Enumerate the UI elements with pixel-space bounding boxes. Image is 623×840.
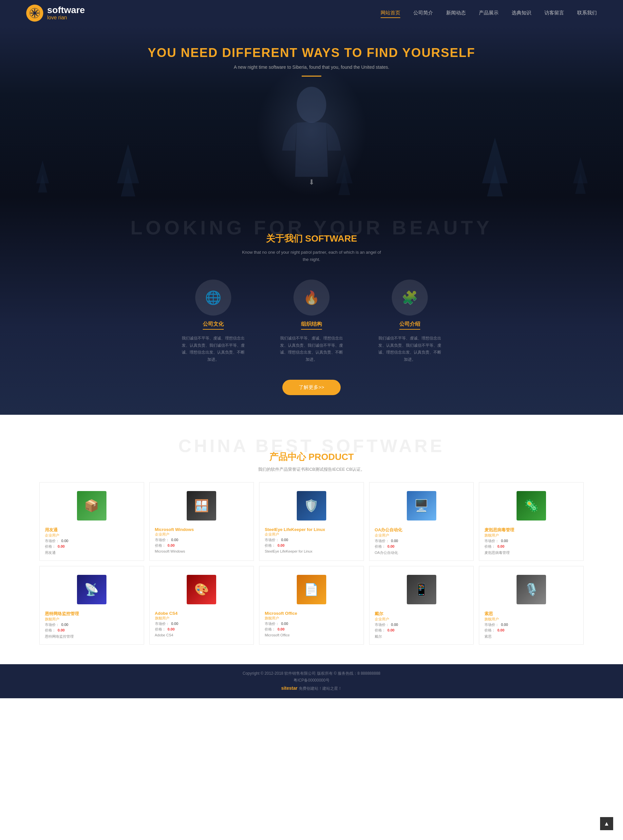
- footer: Copyright © 2012-2018 软件销售有限公司 版权所有 © 服务…: [0, 664, 623, 698]
- header: software love rian 网站首页 公司简介 新闻动态 产品展示 选…: [0, 0, 623, 26]
- product-category: 旗舰用户: [485, 533, 578, 538]
- product-image-area: 📄: [265, 572, 358, 607]
- product-category: 旗舰用户: [45, 617, 138, 622]
- product-card[interactable]: 🛡️ SteelEye LifeKeeper for Linux 企业用户 市场…: [259, 482, 364, 561]
- hero-title: YOU NEED DIFFERENT WAYS TO FIND YOURSELF: [148, 46, 475, 60]
- product-name: Microsoft Windows: [155, 527, 249, 532]
- product-sale-price: 价格： 0.00: [485, 628, 578, 633]
- footer-powered: sitestar 免费创建站！建站之星！: [0, 684, 623, 692]
- about-feature-item: 🔥 组织结构 我们诚信不平等、虔诚、理想信念出发、认真负责、我们诚信不平等、虔诚…: [279, 280, 344, 363]
- product-card[interactable]: 📄 Microsoft Office 旗舰用户 市场价： 0.00 价格： 0.…: [259, 566, 364, 644]
- product-card[interactable]: 📡 恩特网络监控管理 旗舰用户 市场价： 0.00 价格： 0.00 恩特网络监…: [39, 566, 144, 644]
- product-category: 企业用户: [265, 532, 358, 537]
- product-sale-price: 价格： 0.00: [155, 543, 249, 548]
- nav-item-contact[interactable]: 联系我们: [577, 9, 597, 18]
- product-desc: Microsoft Windows: [155, 549, 249, 553]
- feature-icon: 🌐: [195, 280, 231, 315]
- logo-subtitle: love rian: [47, 15, 85, 21]
- product-desc: 戴尔: [375, 634, 468, 639]
- product-market-price: 市场价： 0.00: [485, 622, 578, 627]
- nav-item-knowledge[interactable]: 选典知识: [512, 9, 531, 18]
- product-title: 产品中心 PRODUCT: [39, 451, 584, 463]
- feature-title: 公司文化: [203, 321, 224, 330]
- nav-item-news[interactable]: 新闻动态: [446, 9, 466, 18]
- product-category: 旗舰用户: [485, 617, 578, 622]
- hero-section: YOU NEED DIFFERENT WAYS TO FIND YOURSELF…: [0, 26, 623, 196]
- product-name: 麦剋思病毒管理: [485, 527, 578, 533]
- scroll-indicator: ⬇: [308, 178, 315, 187]
- product-market-price: 市场价： 0.00: [155, 621, 249, 626]
- product-image: 🖥️: [407, 491, 436, 520]
- product-card[interactable]: 🎙️ 索思 旗舰用户 市场价： 0.00 价格： 0.00 索思: [479, 566, 584, 644]
- about-title: 关于我们 SOFTWARE: [39, 233, 584, 245]
- product-image: 🪟: [187, 491, 216, 520]
- product-image: 📡: [77, 575, 106, 604]
- hero-subtitle: A new night time software to Siberia, fo…: [234, 64, 390, 70]
- nav-item-about[interactable]: 公司简介: [413, 9, 433, 18]
- product-name: 用友通: [45, 527, 138, 533]
- product-image-area: 🎨: [155, 572, 249, 607]
- feature-desc: 我们诚信不平等、虔诚、理想信念出发、认真负责、我们诚信不平等、虔诚、理想信念出发…: [377, 335, 442, 363]
- product-name: SteelEye LifeKeeper for Linux: [265, 527, 358, 532]
- product-image: 🛡️: [297, 491, 326, 520]
- product-name: OA办公自动化: [375, 527, 468, 533]
- product-card[interactable]: 🖥️ OA办公自动化 企业用户 市场价： 0.00 价格： 0.00 OA办公自…: [369, 482, 474, 561]
- product-card[interactable]: 📦 用友通 企业用户 市场价： 0.00 价格： 0.00 用友通: [39, 482, 144, 561]
- product-image-area: 🛡️: [265, 488, 358, 524]
- logo-title: software: [47, 6, 85, 15]
- product-image: 🦠: [517, 491, 546, 520]
- main-nav: 网站首页 公司简介 新闻动态 产品展示 选典知识 访客留言 联系我们: [381, 9, 597, 18]
- feature-icon: 🔥: [293, 280, 330, 315]
- feature-title: 公司介绍: [399, 321, 420, 330]
- product-sale-price: 价格： 0.00: [485, 544, 578, 549]
- product-name: 恩特网络监控管理: [45, 611, 138, 617]
- product-desc: OA办公自动化: [375, 550, 468, 555]
- product-section: CHINA BEST SOFTWARE 产品中心 PRODUCT 我们的软件产品…: [0, 415, 623, 664]
- product-card[interactable]: 🎨 Adobe CS4 旗舰用户 市场价： 0.00 价格： 0.00 Adob…: [149, 566, 254, 644]
- svg-point-1: [297, 87, 326, 123]
- product-name: Microsoft Office: [265, 611, 358, 616]
- about-section: LOOKING FOR YOUR BEAUTY 关于我们 SOFTWARE Kn…: [0, 196, 623, 415]
- footer-copyright: Copyright © 2012-2018 软件销售有限公司 版权所有 © 服务…: [0, 670, 623, 677]
- product-category: 企业用户: [155, 532, 249, 537]
- product-desc: 麦剋思病毒管理: [485, 550, 578, 555]
- product-image: 📱: [407, 575, 436, 604]
- product-market-price: 市场价： 0.00: [265, 621, 358, 626]
- product-desc: 用友通: [45, 550, 138, 555]
- product-sale-price: 价格： 0.00: [265, 627, 358, 632]
- product-desc: 恩特网络监控管理: [45, 634, 138, 639]
- product-market-price: 市场价： 0.00: [375, 539, 468, 543]
- feature-title: 组织结构: [301, 321, 322, 330]
- product-desc: 索思: [485, 634, 578, 639]
- nav-item-products[interactable]: 产品展示: [479, 9, 499, 18]
- product-market-price: 市场价： 0.00: [265, 537, 358, 542]
- product-market-price: 市场价： 0.00: [375, 622, 468, 627]
- product-category: 企业用户: [375, 533, 468, 538]
- learn-more-button[interactable]: 了解更多>>: [282, 380, 341, 395]
- product-image-area: 📦: [45, 488, 138, 524]
- product-relative: CHINA BEST SOFTWARE 产品中心 PRODUCT 我们的软件产品…: [39, 435, 584, 644]
- product-image: 📦: [77, 491, 106, 520]
- product-sale-price: 价格： 0.00: [45, 544, 138, 549]
- product-card[interactable]: 🦠 麦剋思病毒管理 旗舰用户 市场价： 0.00 价格： 0.00 麦剋思病毒管…: [479, 482, 584, 561]
- nav-item-home[interactable]: 网站首页: [381, 9, 400, 18]
- product-market-price: 市场价： 0.00: [45, 622, 138, 627]
- product-sale-price: 价格： 0.00: [265, 543, 358, 548]
- nav-item-guestbook[interactable]: 访客留言: [545, 9, 564, 18]
- product-image-area: 📡: [45, 572, 138, 607]
- product-sale-price: 价格： 0.00: [155, 627, 249, 632]
- product-sale-price: 价格： 0.00: [375, 544, 468, 549]
- product-card[interactable]: 🪟 Microsoft Windows 企业用户 市场价： 0.00 价格： 0…: [149, 482, 254, 561]
- product-image-area: 📱: [375, 572, 468, 607]
- product-category: 企业用户: [45, 533, 138, 538]
- product-card[interactable]: 📱 戴尔 企业用户 市场价： 0.00 价格： 0.00 戴尔: [369, 566, 474, 644]
- product-category: 旗舰用户: [155, 616, 249, 621]
- product-subtitle: 我们的软件产品荣誉证书和CB测试报告IECEE CB认证。: [39, 467, 584, 472]
- product-image: 📄: [297, 575, 326, 604]
- logo-text: software love rian: [47, 6, 85, 21]
- about-features: 🌐 公司文化 我们诚信不平等、虔诚、理想信念出发、认真负责、我们诚信不平等、虔诚…: [39, 280, 584, 363]
- product-category: 企业用户: [375, 617, 468, 622]
- product-image-area: 🪟: [155, 488, 249, 524]
- product-desc: Adobe CS4: [155, 633, 249, 637]
- product-name: Adobe CS4: [155, 611, 249, 616]
